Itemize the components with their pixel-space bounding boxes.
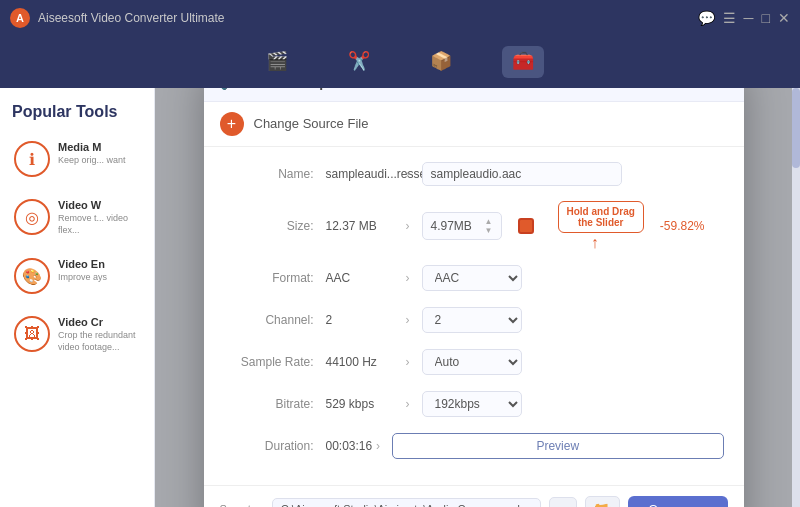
videoe-name: Video En [58, 258, 140, 270]
name-arrow: › [406, 167, 410, 181]
sidebar-item-videoe[interactable]: 🎨 Video En Improve ays [8, 250, 146, 302]
videow-icon: ◎ [14, 199, 50, 235]
bitrate-original: 529 kbps [326, 397, 406, 411]
channel-original: 2 [326, 313, 406, 327]
format-row: Format: AAC › AAC MP3 FLAC [224, 263, 724, 293]
change-source-button[interactable]: + [220, 112, 244, 136]
menu-icon[interactable]: ☰ [723, 10, 736, 26]
change-source-label: Change Source File [254, 116, 369, 131]
videoc-icon: 🖼 [14, 316, 50, 352]
sample-rate-arrow: › [406, 355, 410, 369]
toolbar-edit[interactable]: ✂️ [338, 46, 380, 78]
size-value: 4.97MB [431, 219, 472, 233]
folder-icon: 📂 [594, 501, 611, 507]
size-spinner[interactable]: 4.97MB ▲ ▼ [422, 212, 502, 240]
slider-handle[interactable] [518, 218, 534, 234]
content-area: Popular Tools ℹ Media M Keep orig... wan… [0, 88, 800, 507]
compress-icon: 📦 [430, 50, 452, 72]
tooltip-line1: Hold and Drag [567, 206, 635, 217]
format-arrow: › [406, 271, 410, 285]
compress-button[interactable]: Compress [628, 496, 727, 508]
videoe-desc: Improve ays [58, 272, 140, 284]
media-icon: ℹ [14, 141, 50, 177]
tooltip-arrow-icon: ↑ [591, 235, 599, 251]
videow-desc: Remove t... video flex... [58, 213, 140, 236]
sidebar-item-videow[interactable]: ◎ Video W Remove t... video flex... [8, 191, 146, 244]
duration-row: Duration: 00:03:16 › Preview [224, 431, 724, 461]
channel-arrow: › [406, 313, 410, 327]
name-label: Name: [224, 167, 314, 181]
tooltip-line2: the Slider [578, 217, 624, 228]
modal-overlay: 🔊 Audio Compressor × + Change Source Fil… [155, 88, 792, 507]
size-arrow: › [406, 219, 410, 233]
duration-original: 00:03:16 [326, 439, 377, 453]
size-original: 12.37 MB [326, 219, 406, 233]
media-desc: Keep orig... want [58, 155, 140, 167]
format-label: Format: [224, 271, 314, 285]
maximize-icon[interactable]: □ [762, 10, 770, 26]
right-scrollbar[interactable] [792, 88, 800, 507]
app-window: A Aiseesoft Video Converter Ultimate 💬 ☰… [0, 0, 800, 507]
size-label: Size: [224, 219, 314, 233]
size-row: Size: 12.37 MB › 4.97MB ▲ ▼ [224, 201, 724, 251]
sidebar: Popular Tools ℹ Media M Keep orig... wan… [0, 88, 155, 507]
sidebar-title: Popular Tools [8, 103, 146, 121]
toolbar-compress[interactable]: 📦 [420, 46, 462, 78]
toolbar-convert[interactable]: 🎬 [256, 46, 298, 78]
sample-rate-row: Sample Rate: 44100 Hz › Auto 44100 Hz 22… [224, 347, 724, 377]
main-content: 🔊 Audio Compressor × + Change Source Fil… [155, 88, 792, 507]
sample-rate-select[interactable]: Auto 44100 Hz 22050 Hz [422, 349, 522, 375]
videoc-desc: Crop the redundant video footage... [58, 330, 140, 353]
spinner-down[interactable]: ▼ [485, 226, 493, 235]
preview-button[interactable]: Preview [392, 433, 723, 459]
bitrate-row: Bitrate: 529 kbps › 192kbps 128kbps 256k… [224, 389, 724, 419]
spinner-up[interactable]: ▲ [485, 217, 493, 226]
sidebar-item-media[interactable]: ℹ Media M Keep orig... want [8, 133, 146, 185]
videow-name: Video W [58, 199, 140, 211]
sample-rate-label: Sample Rate: [224, 355, 314, 369]
format-select[interactable]: AAC MP3 FLAC [422, 265, 522, 291]
convert-icon: 🎬 [266, 50, 288, 72]
media-name: Media M [58, 141, 140, 153]
app-logo: A [10, 8, 30, 28]
toolbar-toolbox[interactable]: 🧰 [502, 46, 544, 78]
videoe-icon: 🎨 [14, 258, 50, 294]
title-bar: A Aiseesoft Video Converter Ultimate 💬 ☰… [0, 0, 800, 36]
save-to-label: Save to: [220, 503, 260, 507]
format-original: AAC [326, 271, 406, 285]
toolbox-icon: 🧰 [512, 50, 534, 72]
duration-arrow: › [376, 439, 380, 453]
channel-label: Channel: [224, 313, 314, 327]
change-source-row: + Change Source File [204, 102, 744, 147]
audio-compressor-modal: 🔊 Audio Compressor × + Change Source Fil… [204, 88, 744, 507]
browse-dots-button[interactable]: ... [549, 497, 577, 507]
channel-select[interactable]: 2 1 [422, 307, 522, 333]
channel-row: Channel: 2 › 2 1 [224, 305, 724, 335]
size-input-group: 4.97MB ▲ ▼ [422, 201, 724, 251]
sidebar-item-videoc[interactable]: 🖼 Video Cr Crop the redundant video foot… [8, 308, 146, 361]
chat-icon[interactable]: 💬 [698, 10, 715, 26]
open-folder-button[interactable]: 📂 [585, 496, 620, 507]
form-body: Name: sampleaudi...ressed.aac › Size: 12… [204, 147, 744, 485]
name-output-input[interactable] [422, 162, 622, 186]
spinner-arrows: ▲ ▼ [485, 217, 493, 235]
modal-footer: Save to: C:\Aiseesoft Studio\Ai...imate\… [204, 485, 744, 508]
close-window-icon[interactable]: ✕ [778, 10, 790, 26]
modal-title: Audio Compressor [245, 88, 719, 90]
modal-close-button[interactable]: × [718, 88, 727, 91]
save-path-display: C:\Aiseesoft Studio\Ai...imate\Audio Com… [272, 498, 541, 507]
duration-label: Duration: [224, 439, 314, 453]
name-original: sampleaudi...ressed.aac [326, 167, 406, 181]
window-controls: 💬 ☰ ─ □ ✕ [698, 10, 790, 26]
modal-header: 🔊 Audio Compressor × [204, 88, 744, 102]
edit-icon: ✂️ [348, 50, 370, 72]
bitrate-label: Bitrate: [224, 397, 314, 411]
videoc-name: Video Cr [58, 316, 140, 328]
scrollbar-thumb[interactable] [792, 88, 800, 168]
minimize-icon[interactable]: ─ [744, 10, 754, 26]
name-row: Name: sampleaudi...ressed.aac › [224, 159, 724, 189]
tooltip-box: Hold and Drag the Slider [558, 201, 644, 233]
audio-header-icon: 🔊 [220, 88, 237, 90]
bitrate-select[interactable]: 192kbps 128kbps 256kbps [422, 391, 522, 417]
toolbar: 🎬 ✂️ 📦 🧰 [0, 36, 800, 88]
